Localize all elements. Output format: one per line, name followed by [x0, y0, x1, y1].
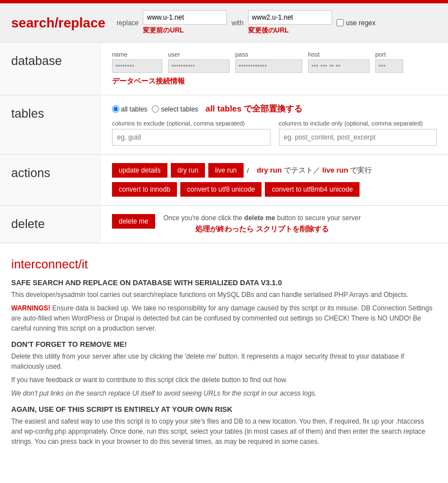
- url-before-annotation: 変更前のURL: [143, 26, 184, 35]
- select-tables-label[interactable]: select tables: [152, 105, 198, 113]
- header-fields: replace 変更前のURL with 変更後のURL use regex: [116, 10, 437, 35]
- delete-annotation: 処理が終わったら スクリプトを削除する: [164, 224, 361, 234]
- db-pass-input[interactable]: [235, 59, 302, 73]
- db-port-field: port: [375, 51, 403, 73]
- info-section: interconnect/it SAFE SEARCH AND REPLACE …: [0, 243, 448, 464]
- live-run-button[interactable]: live run: [208, 163, 244, 178]
- database-section: database name user pass host port: [0, 43, 448, 95]
- info-italic: We don't put links on the search replace…: [11, 389, 317, 397]
- separator: /: [247, 166, 249, 175]
- warning-label: WARNINGS!: [11, 304, 50, 312]
- info-heading1: SAFE SEARCH AND REPLACE ON DATABASE WITH…: [11, 278, 437, 287]
- tables-radio-row: all tables select tables all tables で全部置…: [112, 104, 437, 114]
- delete-note-text1: Once you're done click the: [164, 214, 244, 222]
- delete-note-bold: delete me: [244, 214, 275, 222]
- db-name-input[interactable]: [112, 59, 162, 73]
- info-warning-text: Ensure data is backed up. We take no res…: [11, 304, 432, 332]
- exclude-label: columns to exclude (optional, comma sepa…: [112, 120, 270, 127]
- url-after-annotation: 変更後のURL: [248, 26, 289, 35]
- regex-checkbox[interactable]: [337, 19, 344, 26]
- tables-content: all tables select tables all tables で全部置…: [101, 95, 448, 154]
- all-tables-text-label: all tables: [121, 105, 147, 113]
- with-label: with: [231, 19, 243, 27]
- with-group: 変更後のURL: [248, 10, 332, 35]
- db-annotation: データベース接続情報: [112, 76, 437, 86]
- convert-utf8mb4-button[interactable]: convert to utf8mb4 unicode: [265, 182, 360, 197]
- all-tables-label[interactable]: all tables: [112, 105, 147, 113]
- replace-input[interactable]: [143, 10, 227, 25]
- delete-inner: delete me Once you're done click the del…: [112, 214, 437, 234]
- include-group: columns to include only (optional, comma…: [279, 120, 437, 146]
- convert-utf8-button[interactable]: convert to utf8 unicode: [180, 182, 262, 197]
- dry-run-button[interactable]: dry run: [171, 163, 205, 178]
- title-replace: replace: [58, 15, 105, 30]
- actions-row1: update details dry run live run / dry ru…: [112, 163, 437, 178]
- tables-section: tables all tables select tables all tabl…: [0, 95, 448, 155]
- db-name-field: name: [112, 51, 162, 73]
- database-content: name user pass host port データベース接続情報: [101, 43, 448, 95]
- info-text1: This developer/sysadmin tool carries out…: [11, 290, 437, 300]
- regex-text: use regex: [346, 19, 376, 27]
- db-host-field: host: [308, 51, 370, 73]
- info-title-text: interconnect: [11, 257, 78, 271]
- all-tables-note: all tables で全部置換する: [206, 104, 302, 114]
- actions-section: actions update details dry run live run …: [0, 155, 448, 206]
- replace-group: 変更前のURL: [143, 10, 227, 35]
- db-name-label: name: [112, 51, 162, 58]
- convert-innodb-button[interactable]: convert to innodb: [112, 182, 177, 197]
- info-heading2: DON'T FORGET TO REMOVE ME!: [11, 340, 437, 349]
- actions-label: actions: [0, 155, 101, 205]
- exclude-group: columns to exclude (optional, comma sepa…: [112, 120, 270, 146]
- info-text3: Delete this utility from your server aft…: [11, 351, 437, 371]
- db-user-field: user: [168, 51, 230, 73]
- replace-label: replace: [116, 19, 138, 27]
- all-tables-radio[interactable]: [112, 105, 119, 113]
- db-pass-label: pass: [235, 51, 302, 58]
- delete-section: delete delete me Once you're done click …: [0, 206, 448, 243]
- db-pass-field: pass: [235, 51, 302, 73]
- delete-note-text2: button to secure your server: [275, 214, 361, 222]
- app-title: search/replace: [11, 15, 105, 31]
- include-input[interactable]: [279, 129, 437, 146]
- header-section: search/replace replace 変更前のURL with 変更後の…: [0, 3, 448, 43]
- db-user-label: user: [168, 51, 230, 58]
- delete-note: Once you're done click the delete me but…: [164, 214, 361, 222]
- delete-me-button[interactable]: delete me: [112, 214, 155, 229]
- actions-row2: convert to innodb convert to utf8 unicod…: [112, 182, 437, 197]
- delete-label: delete: [0, 206, 101, 243]
- update-details-button[interactable]: update details: [112, 163, 167, 178]
- exclude-input[interactable]: [112, 129, 270, 146]
- info-text5: We don't put links on the search replace…: [11, 388, 437, 398]
- db-port-label: port: [375, 51, 403, 58]
- info-it: it: [82, 257, 88, 271]
- db-fields: name user pass host port: [112, 51, 437, 73]
- db-host-label: host: [308, 51, 370, 58]
- delete-content: delete me Once you're done click the del…: [101, 206, 448, 243]
- info-heading3: AGAIN, USE OF THIS SCRIPT IS ENTIRELY AT…: [11, 405, 437, 414]
- select-tables-radio[interactable]: [152, 105, 159, 113]
- select-tables-text-label: select tables: [161, 105, 198, 113]
- delete-note-wrapper: Once you're done click the delete me but…: [164, 214, 361, 234]
- info-text4: If you have feedback or want to contribu…: [11, 375, 437, 385]
- actions-content: update details dry run live run / dry ru…: [101, 155, 448, 205]
- tables-label: tables: [0, 95, 101, 154]
- db-user-input[interactable]: [168, 59, 230, 73]
- info-text2: WARNINGS! Ensure data is backed up. We t…: [11, 303, 437, 333]
- db-port-input[interactable]: [375, 59, 403, 73]
- title-text: search: [11, 15, 54, 30]
- columns-row: columns to exclude (optional, comma sepa…: [112, 120, 437, 146]
- db-host-input[interactable]: [308, 59, 370, 73]
- database-label: database: [0, 43, 101, 95]
- regex-label[interactable]: use regex: [337, 19, 376, 27]
- include-label: columns to include only (optional, comma…: [279, 120, 437, 127]
- actions-note: dry run でテスト／ live run で実行: [256, 165, 372, 175]
- with-input[interactable]: [248, 10, 332, 25]
- info-title: interconnect/it: [11, 257, 437, 272]
- info-text6: The easiest and safest way to use this s…: [11, 416, 437, 447]
